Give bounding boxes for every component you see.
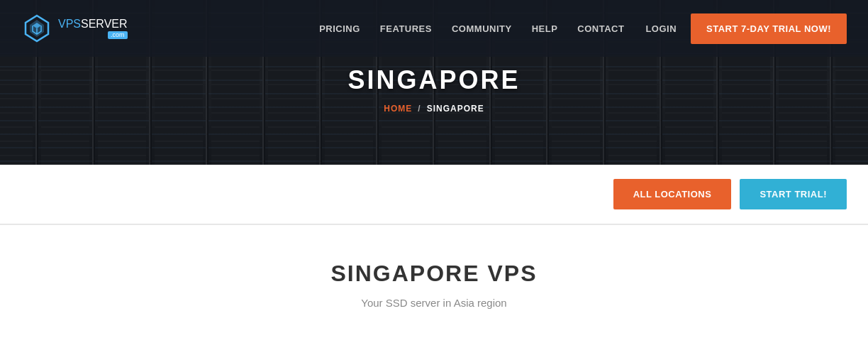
logo-text: VPS SERVER .com — [58, 18, 128, 39]
breadcrumb-separator: / — [418, 104, 421, 114]
logo-icon — [21, 13, 52, 44]
login-link[interactable]: LOGIN — [645, 23, 677, 34]
section-subtitle: Your SSD server in Asia region — [21, 297, 847, 309]
breadcrumb-current: SINGAPORE — [427, 104, 484, 114]
buttons-section: ALL LOCATIONS START TRIAL! — [0, 165, 868, 224]
nav-pricing[interactable]: PRICING — [319, 23, 360, 34]
nav-help[interactable]: HELP — [532, 23, 558, 34]
section-title: SINGAPORE VPS — [21, 261, 847, 287]
breadcrumb: HOME / SINGAPORE — [347, 104, 520, 114]
logo-vps: VPS — [58, 18, 81, 30]
start-trial-button[interactable]: START TRIAL! — [740, 179, 847, 209]
logo-server: SERVER — [81, 18, 128, 30]
logo-com: .com — [108, 31, 128, 39]
nav-community[interactable]: COMMUNITY — [452, 23, 512, 34]
hero-content: SINGAPORE HOME / SINGAPORE — [347, 65, 520, 114]
main-content: SINGAPORE VPS Your SSD server in Asia re… — [0, 225, 868, 337]
all-locations-button[interactable]: ALL LOCATIONS — [613, 179, 732, 209]
hero-title: SINGAPORE — [347, 65, 520, 95]
breadcrumb-home[interactable]: HOME — [384, 104, 412, 114]
nav-features[interactable]: FEATURES — [380, 23, 432, 34]
main-nav: PRICING FEATURES COMMUNITY HELP CONTACT — [319, 23, 624, 34]
logo[interactable]: VPS SERVER .com — [21, 13, 128, 44]
nav-contact[interactable]: CONTACT — [577, 23, 624, 34]
header-cta-button[interactable]: START 7-DAY TRIAL NOW! — [691, 13, 847, 44]
